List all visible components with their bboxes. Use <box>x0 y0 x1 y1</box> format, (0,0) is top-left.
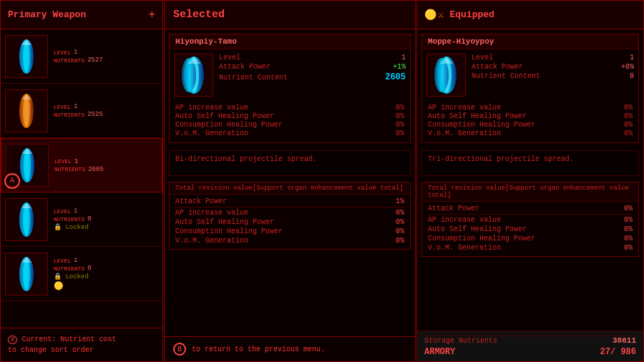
eq-total-header: Total revision value[Support organ enhan… <box>422 182 638 202</box>
nav-text: to return to the previous menu. <box>192 346 325 353</box>
equipped-icons: 🟡 ⚔ <box>424 9 444 21</box>
eq-description-text: Tri-directional projectile spread. <box>428 155 574 163</box>
eq-description-box: Tri-directional projectile spread. <box>421 150 639 176</box>
center-description-text: Bi-directional projectile spread. <box>175 155 317 163</box>
nutrient-content-row: Nutrient Content 2605 <box>219 72 406 82</box>
weapon-icon-5 <box>5 253 48 295</box>
svg-point-1 <box>23 41 30 72</box>
coin-icon-5: 🟡 <box>54 281 92 290</box>
center-bonus-stat-2: Consumption Healing Power 0% <box>175 121 404 129</box>
equipped-weapon-body: Level 1 Attack Power +0% Nutrient Conten… <box>422 49 638 101</box>
blade-svg-5 <box>16 255 37 293</box>
svg-point-4 <box>23 95 30 127</box>
armory-row: ARMORY 27/ 986 <box>424 347 636 357</box>
x-button-icon: X <box>8 336 17 344</box>
eq-total-stat-4: V.o.M. Generation 0% <box>428 244 633 252</box>
equipped-weapon-icon-small: ⚔ <box>438 9 444 21</box>
coin-icon-equipped: 🟡 <box>424 9 436 21</box>
weapon-item-5[interactable]: LEVEL 1 NUTRIENTS 0 🔒 Locked 🟡 <box>1 247 162 301</box>
storage-bar: Storage Nutrients 38611 <box>424 336 636 345</box>
weapon-stats-3: LEVEL 1 NUTRIENTS 2605 <box>54 158 104 173</box>
selected-weapon-body: Level 1 Attack Power +1% Nutrient Conten… <box>170 49 410 101</box>
main-container: Primary Weapon + LEVEL 1 <box>0 0 644 362</box>
storage-section: Storage Nutrients 38611 ARMORY 27/ 986 <box>417 331 643 361</box>
weapon-item-1[interactable]: LEVEL 1 NUTRIENTS 2527 <box>1 29 162 84</box>
left-panel-header: Primary Weapon + <box>1 1 162 29</box>
eq-total-stat-1: AP increase value 0% <box>428 216 633 224</box>
eq-total-stat-3: Consumption Healing Power 0% <box>428 235 633 243</box>
bottom-info-line2: to change sort order <box>8 345 155 356</box>
bottom-info: X Current: Nutrient cost to change sort … <box>1 328 162 362</box>
selected-title: Selected <box>173 9 225 21</box>
selected-weapon-details: Level 1 Attack Power +1% Nutrient Conten… <box>219 54 406 97</box>
eq-attack-power-row: Attack Power +0% <box>472 63 634 71</box>
eq-level-row: Level 1 <box>472 54 634 62</box>
eq-bonus-stat-1: Auto Self Healing Power 0% <box>428 112 633 120</box>
weapon-item-4[interactable]: LEVEL 1 NUTRIENTS 0 🔒 Locked <box>1 192 162 247</box>
storage-label: Storage Nutrients <box>424 337 497 345</box>
left-panel-title: Primary Weapon <box>8 9 86 20</box>
eq-total-stat-2: Auto Self Healing Power 0% <box>428 225 633 233</box>
eq-nutrient-content-row: Nutrient Content 0 <box>472 72 634 80</box>
weapon-icon-2 <box>5 89 48 132</box>
locked-badge-5: 🔒 Locked <box>54 273 92 280</box>
center-total-header: Total revision value[Support organ enhan… <box>170 182 410 195</box>
b-button[interactable]: B <box>173 343 186 356</box>
eq-total-body: Attack Power 0% AP increase value 0% Aut… <box>422 202 638 256</box>
center-bonus-stats: AP increase value 0% Auto Self Healing P… <box>170 101 410 142</box>
center-description-box: Bi-directional projectile spread. <box>169 150 411 176</box>
storage-value: 38611 <box>613 336 636 345</box>
center-total-stat-2: Auto Self Healing Power 0% <box>175 218 404 226</box>
equipped-title: Equipped <box>449 9 494 20</box>
right-panel: 🟡 ⚔ Equipped Moppe-Hiyoypoy <box>416 0 644 362</box>
equipped-weapon-name: Moppe-Hiyoypoy <box>428 37 494 46</box>
center-panel: Selected Hiyonpiy-Tamo <box>164 0 416 362</box>
center-total-stat-4: V.o.M. Generation 0% <box>175 237 404 245</box>
center-header: Selected <box>165 1 415 29</box>
eq-bonus-stat-3: V.o.M. Generation 0% <box>428 129 633 137</box>
armory-value: 27/ 986 <box>600 347 636 357</box>
selected-blade-svg <box>180 55 208 95</box>
right-header: 🟡 ⚔ Equipped <box>417 1 643 29</box>
locked-badge-4: 🔒 Locked <box>54 223 92 231</box>
blade-svg-1 <box>16 38 37 75</box>
weapon-icon-4 <box>5 198 48 241</box>
center-bottom-nav: B to return to the previous menu. <box>165 336 415 361</box>
weapon-stats-1: LEVEL 1 NUTRIENTS 2527 <box>54 49 103 64</box>
weapon-stats-5: LEVEL 1 NUTRIENTS 0 🔒 Locked 🟡 <box>54 257 92 290</box>
weapon-stats-2: LEVEL 1 NUTRIENTS 2525 <box>54 103 103 118</box>
blade-svg-3 <box>16 147 38 184</box>
attack-power-row: Attack Power +1% <box>219 63 406 71</box>
equipped-weapon-header: Moppe-Hiyoypoy <box>422 34 638 49</box>
eq-total-stat-0: Attack Power 0% <box>428 205 633 212</box>
eq-bonus-stat-2: Consumption Healing Power 0% <box>428 121 633 129</box>
center-bonus-stat-3: V.o.M. Generation 0% <box>175 129 404 137</box>
svg-point-7 <box>24 150 31 181</box>
center-total-header-text: Total revision value[Support organ enhan… <box>175 185 404 192</box>
weapon-stats-4: LEVEL 1 NUTRIENTS 0 🔒 Locked <box>54 207 92 231</box>
equipped-weapon-details: Level 1 Attack Power +0% Nutrient Conten… <box>472 54 634 97</box>
svg-point-13 <box>23 258 30 290</box>
equipped-weapon-icon <box>426 54 466 97</box>
weapon-icon-3 <box>6 144 49 187</box>
weapon-icon-1 <box>5 35 48 78</box>
weapon-item-3[interactable]: LEVEL 1 NUTRIENTS 2605 <box>1 138 162 192</box>
armory-label: ARMORY <box>424 347 455 357</box>
blade-svg-4 <box>16 201 37 238</box>
weapon-list: LEVEL 1 NUTRIENTS 2527 <box>1 29 162 328</box>
center-total-stat-3: Consumption Healing Power 0% <box>175 228 404 235</box>
center-total-stat-1: AP increase value 0% <box>175 209 404 217</box>
weapon-item-2[interactable]: LEVEL 1 NUTRIENTS 2525 <box>1 84 162 138</box>
center-bonus-stat-1: Auto Self Healing Power 0% <box>175 112 404 120</box>
level-row: Level 1 <box>219 54 406 62</box>
left-panel: Primary Weapon + LEVEL 1 <box>0 0 163 362</box>
blade-svg-2 <box>16 92 37 129</box>
equipped-blade-svg <box>433 55 460 95</box>
add-weapon-icon[interactable]: + <box>148 9 155 21</box>
center-total-stat-0: Attack Power 1% <box>175 197 404 205</box>
center-bonus-stat-0: AP increase value 0% <box>175 104 404 112</box>
selected-weapon-name: Hiyonpiy-Tamo <box>175 37 237 46</box>
svg-point-10 <box>23 204 30 235</box>
eq-bonus-stats: AP increase value 0% Auto Self Healing P… <box>422 101 638 142</box>
eq-bonus-stat-0: AP increase value 0% <box>428 104 633 112</box>
